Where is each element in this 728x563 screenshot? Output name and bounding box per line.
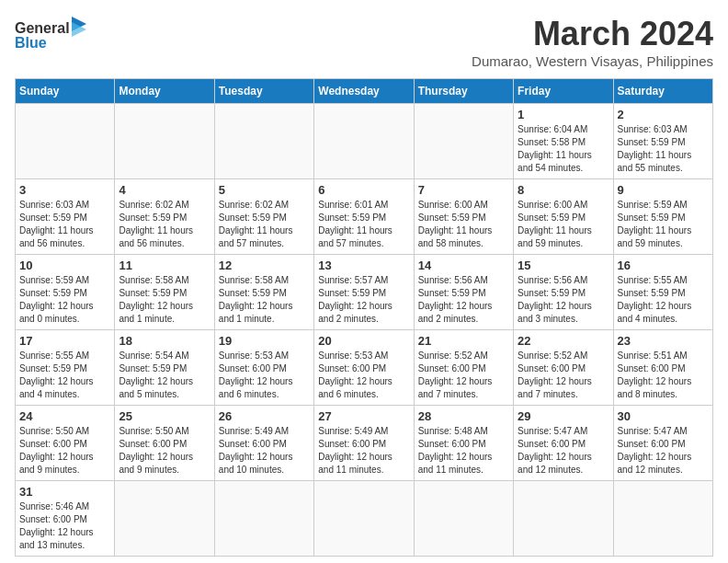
day-info: Sunrise: 6:02 AM Sunset: 5:59 PM Dayligh… <box>119 199 210 250</box>
calendar-cell: 19Sunrise: 5:53 AM Sunset: 6:00 PM Dayli… <box>214 330 313 406</box>
calendar-cell <box>115 481 214 557</box>
calendar-cell: 31Sunrise: 5:46 AM Sunset: 6:00 PM Dayli… <box>16 481 115 557</box>
calendar-cell: 3Sunrise: 6:03 AM Sunset: 5:59 PM Daylig… <box>16 179 115 255</box>
day-info: Sunrise: 5:50 AM Sunset: 6:00 PM Dayligh… <box>19 425 110 477</box>
day-number: 15 <box>518 259 609 272</box>
day-info: Sunrise: 5:53 AM Sunset: 6:00 PM Dayligh… <box>219 350 310 401</box>
svg-text:Blue: Blue <box>15 35 47 51</box>
calendar-cell: 13Sunrise: 5:57 AM Sunset: 5:59 PM Dayli… <box>314 255 414 330</box>
day-number: 17 <box>19 334 110 348</box>
calendar-cell: 18Sunrise: 5:54 AM Sunset: 5:59 PM Dayli… <box>115 330 214 406</box>
calendar-cell: 4Sunrise: 6:02 AM Sunset: 5:59 PM Daylig… <box>115 179 214 255</box>
day-number: 29 <box>518 409 609 423</box>
calendar-cell <box>314 481 414 557</box>
weekday-header-row: SundayMondayTuesdayWednesdayThursdayFrid… <box>16 79 713 104</box>
calendar-cell: 26Sunrise: 5:49 AM Sunset: 6:00 PM Dayli… <box>214 406 313 481</box>
calendar-week-row: 24Sunrise: 5:50 AM Sunset: 6:00 PM Dayli… <box>16 406 713 481</box>
day-number: 27 <box>318 409 409 423</box>
weekday-header-saturday: Saturday <box>613 79 712 104</box>
day-info: Sunrise: 5:46 AM Sunset: 6:00 PM Dayligh… <box>19 500 110 552</box>
svg-text:General: General <box>15 20 70 36</box>
calendar-cell: 15Sunrise: 5:56 AM Sunset: 5:59 PM Dayli… <box>514 255 613 330</box>
day-number: 1 <box>518 108 609 121</box>
calendar-cell <box>115 104 214 179</box>
day-info: Sunrise: 5:49 AM Sunset: 6:00 PM Dayligh… <box>219 425 310 477</box>
calendar-cell: 20Sunrise: 5:53 AM Sunset: 6:00 PM Dayli… <box>314 330 414 406</box>
calendar-week-row: 17Sunrise: 5:55 AM Sunset: 5:59 PM Dayli… <box>16 330 713 406</box>
calendar-cell <box>214 104 313 179</box>
calendar-cell: 21Sunrise: 5:52 AM Sunset: 6:00 PM Dayli… <box>414 330 513 406</box>
calendar-cell: 17Sunrise: 5:55 AM Sunset: 5:59 PM Dayli… <box>16 330 115 406</box>
day-number: 5 <box>219 183 310 197</box>
weekday-header-monday: Monday <box>115 79 214 104</box>
day-info: Sunrise: 6:01 AM Sunset: 5:59 PM Dayligh… <box>318 199 409 250</box>
calendar-cell: 25Sunrise: 5:50 AM Sunset: 6:00 PM Dayli… <box>115 406 214 481</box>
day-info: Sunrise: 5:56 AM Sunset: 5:59 PM Dayligh… <box>518 274 609 326</box>
calendar-cell: 28Sunrise: 5:48 AM Sunset: 6:00 PM Dayli… <box>414 406 513 481</box>
day-number: 22 <box>518 334 609 348</box>
day-info: Sunrise: 6:03 AM Sunset: 5:59 PM Dayligh… <box>19 199 110 250</box>
day-number: 12 <box>219 259 310 272</box>
day-number: 23 <box>618 334 709 348</box>
day-info: Sunrise: 5:54 AM Sunset: 5:59 PM Dayligh… <box>119 350 210 401</box>
day-number: 7 <box>418 183 509 197</box>
day-number: 18 <box>119 334 210 348</box>
day-number: 13 <box>318 259 409 272</box>
calendar-cell: 22Sunrise: 5:52 AM Sunset: 6:00 PM Dayli… <box>514 330 613 406</box>
day-info: Sunrise: 6:00 AM Sunset: 5:59 PM Dayligh… <box>518 199 609 250</box>
location-subtitle: Dumarao, Western Visayas, Philippines <box>472 53 713 69</box>
calendar-cell: 8Sunrise: 6:00 AM Sunset: 5:59 PM Daylig… <box>514 179 613 255</box>
calendar-week-row: 31Sunrise: 5:46 AM Sunset: 6:00 PM Dayli… <box>16 481 713 557</box>
day-number: 26 <box>219 409 310 423</box>
calendar-table: SundayMondayTuesdayWednesdayThursdayFrid… <box>15 78 713 557</box>
day-info: Sunrise: 5:47 AM Sunset: 6:00 PM Dayligh… <box>518 425 609 477</box>
day-info: Sunrise: 5:48 AM Sunset: 6:00 PM Dayligh… <box>418 425 509 477</box>
calendar-cell: 7Sunrise: 6:00 AM Sunset: 5:59 PM Daylig… <box>414 179 513 255</box>
day-info: Sunrise: 5:55 AM Sunset: 5:59 PM Dayligh… <box>19 350 110 401</box>
day-info: Sunrise: 5:55 AM Sunset: 5:59 PM Dayligh… <box>618 274 709 326</box>
page-container: General Blue March 2024 Dumarao, Western… <box>15 15 713 557</box>
calendar-cell: 11Sunrise: 5:58 AM Sunset: 5:59 PM Dayli… <box>115 255 214 330</box>
day-number: 19 <box>219 334 310 348</box>
day-info: Sunrise: 6:02 AM Sunset: 5:59 PM Dayligh… <box>219 199 310 250</box>
calendar-cell <box>414 104 513 179</box>
calendar-cell: 27Sunrise: 5:49 AM Sunset: 6:00 PM Dayli… <box>314 406 414 481</box>
day-info: Sunrise: 5:52 AM Sunset: 6:00 PM Dayligh… <box>518 350 609 401</box>
day-info: Sunrise: 5:51 AM Sunset: 6:00 PM Dayligh… <box>618 350 709 401</box>
weekday-header-friday: Friday <box>514 79 613 104</box>
month-title: March 2024 <box>472 15 713 53</box>
day-number: 25 <box>119 409 210 423</box>
day-info: Sunrise: 5:50 AM Sunset: 6:00 PM Dayligh… <box>119 425 210 477</box>
day-number: 6 <box>318 183 409 197</box>
header: General Blue March 2024 Dumarao, Western… <box>15 15 713 69</box>
day-number: 28 <box>418 409 509 423</box>
day-info: Sunrise: 6:03 AM Sunset: 5:59 PM Dayligh… <box>618 123 709 175</box>
calendar-week-row: 1Sunrise: 6:04 AM Sunset: 5:58 PM Daylig… <box>16 104 713 179</box>
day-info: Sunrise: 5:56 AM Sunset: 5:59 PM Dayligh… <box>418 274 509 326</box>
title-area: March 2024 Dumarao, Western Visayas, Phi… <box>472 15 713 69</box>
day-info: Sunrise: 5:49 AM Sunset: 6:00 PM Dayligh… <box>318 425 409 477</box>
logo-area: General Blue <box>15 15 97 52</box>
calendar-cell: 24Sunrise: 5:50 AM Sunset: 6:00 PM Dayli… <box>16 406 115 481</box>
day-number: 8 <box>518 183 609 197</box>
calendar-cell: 12Sunrise: 5:58 AM Sunset: 5:59 PM Dayli… <box>214 255 313 330</box>
calendar-cell: 5Sunrise: 6:02 AM Sunset: 5:59 PM Daylig… <box>214 179 313 255</box>
calendar-cell <box>414 481 513 557</box>
calendar-cell: 23Sunrise: 5:51 AM Sunset: 6:00 PM Dayli… <box>613 330 712 406</box>
day-number: 10 <box>19 259 110 272</box>
calendar-cell: 30Sunrise: 5:47 AM Sunset: 6:00 PM Dayli… <box>613 406 712 481</box>
day-number: 2 <box>618 108 709 121</box>
day-number: 21 <box>418 334 509 348</box>
weekday-header-wednesday: Wednesday <box>314 79 414 104</box>
day-info: Sunrise: 5:52 AM Sunset: 6:00 PM Dayligh… <box>418 350 509 401</box>
day-number: 24 <box>19 409 110 423</box>
calendar-cell <box>314 104 414 179</box>
day-info: Sunrise: 6:04 AM Sunset: 5:58 PM Dayligh… <box>518 123 609 175</box>
day-number: 3 <box>19 183 110 197</box>
day-number: 9 <box>618 183 709 197</box>
logo-icon: General Blue <box>15 15 97 52</box>
day-number: 11 <box>119 259 210 272</box>
day-number: 14 <box>418 259 509 272</box>
calendar-cell <box>16 104 115 179</box>
weekday-header-sunday: Sunday <box>16 79 115 104</box>
